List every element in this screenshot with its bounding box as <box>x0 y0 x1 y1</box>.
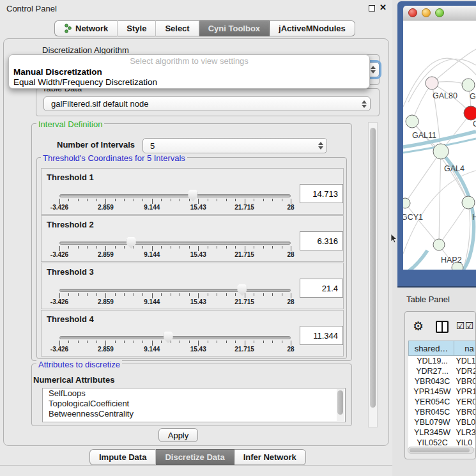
tick-label: -3.426 <box>50 346 68 353</box>
cell-name[interactable]: YDL1 <box>454 356 476 366</box>
tab-cyni-toolbox[interactable]: Cyni Toolbox <box>199 20 270 36</box>
column-header-name[interactable]: na <box>454 341 476 356</box>
tick-label: 2.859 <box>98 204 114 211</box>
tick-mark <box>115 341 116 343</box>
attribute-list-item[interactable]: BetweennessCentrality <box>43 409 345 419</box>
network-edge[interactable] <box>405 151 441 203</box>
cell-shared-name[interactable]: YDR27... <box>409 366 454 376</box>
tick-mark <box>189 246 190 249</box>
tick-mark <box>161 341 162 343</box>
threshold-slider-track[interactable] <box>59 289 291 292</box>
split-columns-icon[interactable] <box>436 321 449 333</box>
tab-impute-data[interactable]: Impute Data <box>89 449 156 465</box>
cell-shared-name[interactable]: YBR043C <box>409 376 454 387</box>
network-window-titlebar[interactable] <box>403 6 476 20</box>
network-node[interactable] <box>462 196 475 209</box>
cell-name[interactable]: YBR0 <box>454 376 476 387</box>
threshold-slider-thumb[interactable] <box>127 237 136 249</box>
tick-mark <box>78 246 79 249</box>
network-edge[interactable] <box>432 49 476 83</box>
cell-name[interactable]: YER0 <box>454 397 476 407</box>
tab-network[interactable]: Network <box>54 20 118 36</box>
tick-mark <box>87 293 88 296</box>
tab-label: Network <box>75 24 108 33</box>
network-node[interactable] <box>433 144 449 159</box>
table-row[interactable]: YBR045CYBR0 <box>409 407 476 417</box>
table-horizontal-scrollbar[interactable] <box>408 447 474 454</box>
network-node[interactable] <box>406 115 418 128</box>
threshold-label: Threshold 2 <box>47 220 94 229</box>
tab-label: Infer Network <box>243 452 296 462</box>
threshold-value-field[interactable] <box>300 326 343 345</box>
cell-name[interactable]: YLR3 <box>454 427 476 438</box>
tab-select[interactable]: Select <box>156 20 199 36</box>
attribute-list-item[interactable]: TopologicalCoefficient <box>43 399 345 409</box>
popup-option-manual-discretization[interactable]: Manual Discretization <box>9 67 369 77</box>
close-traffic-light-icon[interactable] <box>408 8 417 17</box>
tab-style[interactable]: Style <box>118 20 156 36</box>
tab-discretize-data[interactable]: Discretize Data <box>156 449 234 465</box>
cell-shared-name[interactable]: YLR345W <box>409 427 454 438</box>
checkbox-icon[interactable]: ☑ <box>465 320 473 332</box>
table-row[interactable]: YER054CYER0 <box>409 397 476 407</box>
tick-mark <box>134 199 134 201</box>
apply-button[interactable]: Apply <box>158 428 198 442</box>
gear-icon[interactable]: ⚙ <box>413 319 424 334</box>
network-edge[interactable] <box>405 203 439 245</box>
cell-shared-name[interactable]: YER054C <box>409 397 454 407</box>
table-row[interactable]: YBL079WYBL0 <box>409 417 476 427</box>
network-edge[interactable] <box>403 250 427 270</box>
close-icon[interactable]: ✕ <box>380 3 387 12</box>
threshold-value-field[interactable] <box>300 184 343 203</box>
table-row[interactable]: YLR345WYLR3 <box>409 427 476 438</box>
panel-scrollbar[interactable] <box>368 122 378 427</box>
tab-jactivemnodules[interactable]: jActiveMNodules <box>270 20 355 36</box>
numerical-attributes-list[interactable]: SelfLoopsTopologicalCoefficientBetweenne… <box>42 388 346 422</box>
threshold-slider-track[interactable] <box>59 336 291 339</box>
number-of-intervals-combobox[interactable]: 5 <box>142 138 327 153</box>
network-node[interactable] <box>464 106 476 120</box>
float-window-icon[interactable] <box>369 5 375 12</box>
table-data-combobox[interactable]: galFiltered.sif default node <box>43 96 371 111</box>
checkbox-icon[interactable]: ☑ <box>456 320 464 332</box>
tab-infer-network[interactable]: Infer Network <box>234 449 306 465</box>
table-row[interactable]: YDR27...YDR2 <box>409 366 476 376</box>
network-node[interactable] <box>403 198 410 208</box>
tick-mark <box>87 341 88 343</box>
cell-shared-name[interactable]: YDL19... <box>409 356 454 366</box>
zoom-traffic-light-icon[interactable] <box>435 8 444 17</box>
network-node[interactable] <box>433 239 445 250</box>
network-canvas[interactable]: GAL80GCGAL11GAL4GCY1HHAP2 <box>403 20 476 270</box>
network-node[interactable] <box>426 77 438 89</box>
cell-name[interactable]: YDR2 <box>454 366 476 376</box>
threshold-value-field[interactable] <box>300 231 343 250</box>
threshold-slider-thumb[interactable] <box>237 284 247 296</box>
tab-label: Style <box>127 24 146 33</box>
list-scrollbar[interactable] <box>337 389 344 421</box>
cell-shared-name[interactable]: YPR145W <box>409 387 454 397</box>
tick-mark <box>87 199 88 201</box>
tick-mark <box>171 246 171 249</box>
table-row[interactable]: YDL19...YDL1 <box>409 356 476 366</box>
attribute-list-item[interactable]: SelfLoops <box>43 388 345 399</box>
tick-mark <box>226 293 227 296</box>
network-edge[interactable] <box>439 203 468 245</box>
tick-mark <box>152 341 153 346</box>
threshold-value-field[interactable] <box>300 279 343 298</box>
cell-shared-name[interactable]: YBR045C <box>409 407 454 417</box>
minimize-traffic-light-icon[interactable] <box>422 8 431 17</box>
threshold-slider-track[interactable] <box>59 242 291 245</box>
network-node[interactable] <box>462 79 475 91</box>
cell-name[interactable]: YPR1 <box>454 387 476 397</box>
cell-shared-name[interactable]: YBL079W <box>409 417 454 427</box>
popup-option-equal-width[interactable]: Equal Width/Frequency Discretization <box>9 77 369 88</box>
cell-name[interactable]: YBL0 <box>454 417 476 427</box>
column-header-shared-name[interactable]: shared… <box>409 341 454 356</box>
tick-label: 21.715 <box>234 346 254 353</box>
network-edge[interactable] <box>439 151 441 245</box>
threshold-slider-thumb[interactable] <box>164 332 173 343</box>
table-row[interactable]: YPR145WYPR1 <box>409 387 476 397</box>
threshold-slider-track[interactable] <box>59 194 291 197</box>
table-row[interactable]: YBR043CYBR0 <box>409 376 476 387</box>
cell-name[interactable]: YBR0 <box>454 407 476 417</box>
